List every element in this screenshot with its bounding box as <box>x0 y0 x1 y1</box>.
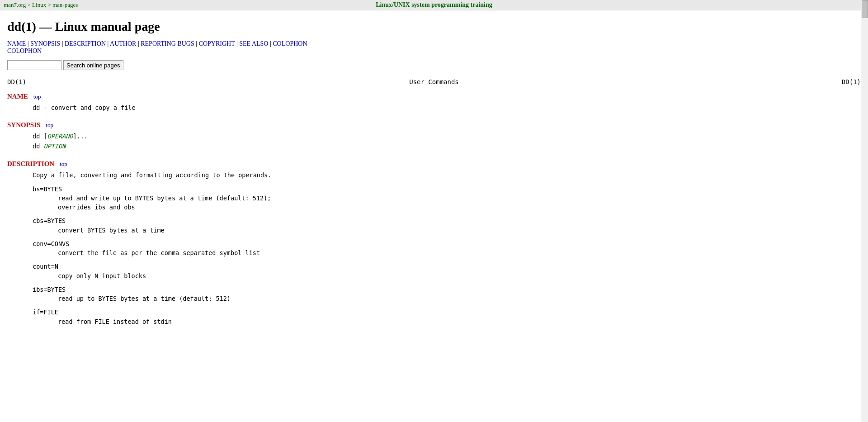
breadcrumb-man7[interactable]: man7.org <box>4 1 26 8</box>
nav-link-reporting-bugs[interactable]: REPORTING BUGS <box>141 40 194 47</box>
man-header: DD(1) User Commands DD(1) <box>7 78 861 87</box>
param-ibs-desc: read up to BYTES bytes at a time (defaul… <box>7 294 861 303</box>
scrollbar[interactable] <box>861 0 868 422</box>
nav-link-name[interactable]: NAME <box>7 40 26 47</box>
section-synopsis-header: SYNOPSIS top <box>7 121 861 129</box>
param-if: if=FILE <box>7 308 861 317</box>
nav-link-synopsis[interactable]: SYNOPSIS <box>30 40 60 47</box>
section-description-header: DESCRIPTION top <box>7 160 861 168</box>
section-description: DESCRIPTION top Copy a file, converting … <box>7 160 861 326</box>
section-synopsis-top-link[interactable]: top <box>46 122 53 129</box>
nav-link-author[interactable]: AUTHOR <box>110 40 136 47</box>
section-name-body: dd - convert and copy a file <box>7 103 861 112</box>
nav-link-see-also[interactable]: SEE ALSO <box>239 40 268 47</box>
param-ibs: ibs=BYTES <box>7 285 861 294</box>
page-title: dd(1) — Linux manual page <box>7 19 861 34</box>
nav-links: NAME | SYNOPSIS | DESCRIPTION | AUTHOR |… <box>7 40 861 55</box>
breadcrumb-linux[interactable]: Linux <box>32 1 46 8</box>
section-name-content: dd - convert and copy a file <box>33 104 136 111</box>
man-header-left: DD(1) <box>7 78 98 85</box>
param-if-desc: read from FILE instead of stdin <box>7 317 861 326</box>
section-synopsis-body: dd [OPERAND]... dd OPTION <box>7 132 861 151</box>
nav-link-copyright[interactable]: COPYRIGHT <box>199 40 235 47</box>
param-bs: bs=BYTES <box>7 185 861 194</box>
site-title: Linux/UNIX system programming training <box>376 1 492 9</box>
search-button[interactable]: Search online pages <box>63 60 123 70</box>
param-cbs-desc: convert BYTES bytes at a time <box>7 226 861 235</box>
param-conv-desc: convert the file as per the comma separa… <box>7 248 861 257</box>
scrollbar-thumb[interactable] <box>862 0 868 18</box>
param-count: count=N <box>7 262 861 271</box>
section-name-top-link[interactable]: top <box>33 93 41 100</box>
section-description-title: DESCRIPTION <box>7 160 54 168</box>
section-description-params: bs=BYTES read and write up to BYTES byte… <box>7 185 861 326</box>
nav-link-description[interactable]: DESCRIPTION <box>65 40 106 47</box>
synopsis-operand: OPERAND <box>47 133 73 140</box>
nav-link-colophon[interactable]: COLOPHON <box>273 40 307 47</box>
search-area: Search online pages <box>7 60 861 70</box>
param-cbs: cbs=BYTES <box>7 216 861 225</box>
main-content: dd(1) — Linux manual page NAME | SYNOPSI… <box>0 10 868 341</box>
param-bs-desc2: overrides ibs and obs <box>7 203 861 212</box>
param-count-desc: copy only N input blocks <box>7 271 861 280</box>
breadcrumb[interactable]: man7.org > Linux > man-pages <box>4 1 78 9</box>
synopsis-line2: dd OPTION <box>33 142 861 152</box>
section-description-intro: Copy a file, converting and formatting a… <box>7 171 861 180</box>
synopsis-line1: dd [OPERAND]... <box>33 132 861 142</box>
man-header-center: User Commands <box>98 78 770 85</box>
synopsis-option: OPTION <box>43 142 66 150</box>
section-synopsis-title: SYNOPSIS <box>7 121 40 129</box>
top-bar: man7.org > Linux > man-pages Linux/UNIX … <box>0 0 868 10</box>
search-input[interactable] <box>7 60 61 70</box>
param-bs-desc1: read and write up to BYTES bytes at a ti… <box>7 194 861 203</box>
section-description-top-link[interactable]: top <box>60 161 67 168</box>
nav-link-colophon2[interactable]: COLOPHON <box>7 47 42 54</box>
man-header-right: DD(1) <box>770 78 861 85</box>
section-synopsis: SYNOPSIS top dd [OPERAND]... dd OPTION <box>7 121 861 151</box>
breadcrumb-man-pages[interactable]: man-pages <box>52 1 78 8</box>
section-name-header: NAME top <box>7 93 861 100</box>
param-conv: conv=CONVS <box>7 239 861 248</box>
section-name: NAME top dd - convert and copy a file <box>7 93 861 112</box>
section-name-title: NAME <box>7 93 28 100</box>
